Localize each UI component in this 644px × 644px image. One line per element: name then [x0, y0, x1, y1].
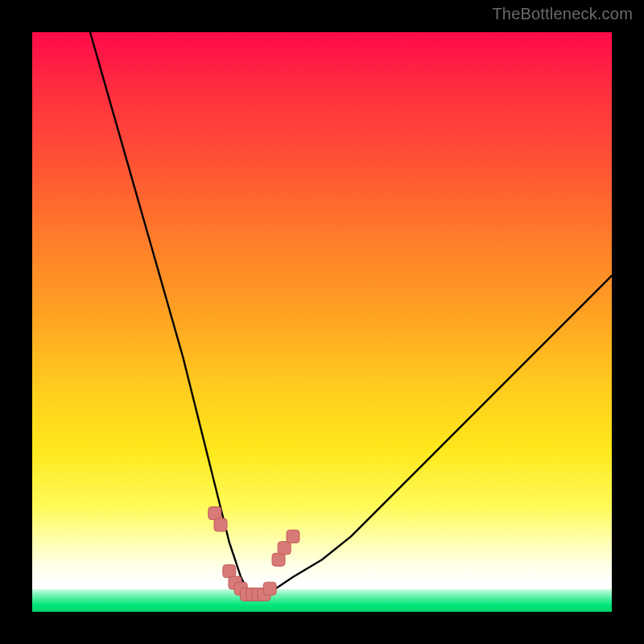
curve-marker — [263, 582, 276, 595]
bottleneck-curve — [90, 32, 612, 594]
curve-marker — [287, 530, 299, 543]
marker-group — [208, 507, 299, 601]
curve-marker — [214, 518, 227, 531]
curve-marker — [272, 553, 285, 566]
curve-marker — [278, 542, 291, 555]
curve-layer — [32, 32, 612, 612]
curve-marker — [208, 507, 221, 520]
curve-marker — [223, 565, 236, 578]
watermark-text: TheBottleneck.com — [492, 5, 633, 23]
outer-frame: TheBottleneck.com — [0, 0, 644, 644]
plot-area — [32, 32, 612, 612]
